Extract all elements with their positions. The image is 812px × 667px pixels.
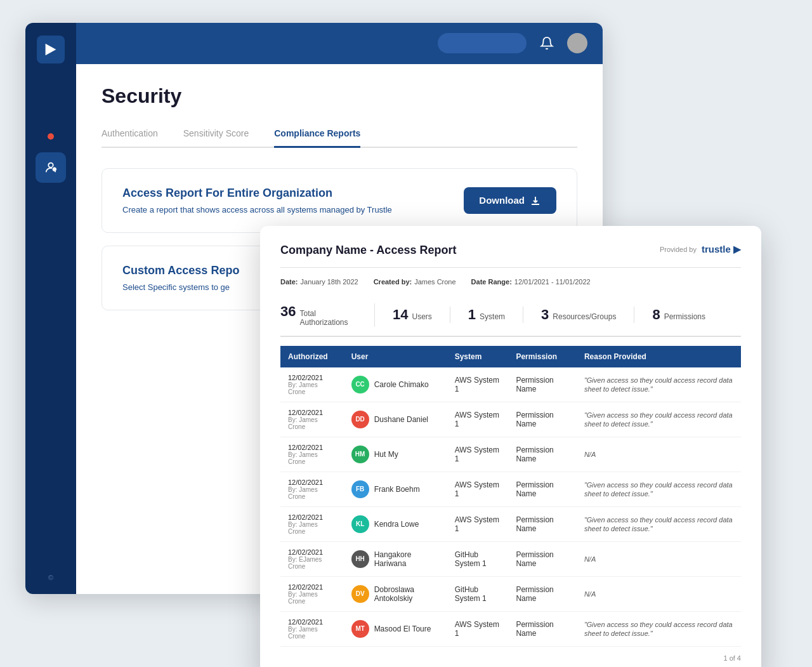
- cell-date-5: 12/02/2021 By: EJames Crone: [280, 541, 344, 576]
- meta-date-label: Date:: [280, 278, 298, 286]
- cell-date-2: 12/02/2021 By: James Crone: [280, 437, 344, 472]
- stat-system-num: 1: [468, 307, 476, 323]
- card-2-description: Select Specific systems to ge: [122, 282, 239, 292]
- meta-created-by: Created by: James Crone: [374, 278, 456, 286]
- cell-user-1: DD Dushane Daniel: [344, 402, 447, 437]
- table-row: 12/02/2021 By: James Crone DV Dobroslawa…: [280, 576, 741, 611]
- meta-created-value: James Crone: [414, 278, 455, 286]
- tab-bar: Authentication Sensitivity Score Complia…: [102, 123, 577, 148]
- page-title: Security: [102, 84, 577, 108]
- cell-date-7: 12/02/2021 By: James Crone: [280, 611, 344, 646]
- stats-row: 36 Total Authorizations 14 Users 1 Syste…: [280, 294, 741, 337]
- cell-system-1: AWS System 1: [447, 402, 509, 437]
- report-meta-row: Date: January 18th 2022 Created by: Jame…: [280, 278, 741, 286]
- user-avatar[interactable]: [567, 33, 587, 53]
- cell-system-6: GitHub System 1: [447, 576, 509, 611]
- cell-system-7: AWS System 1: [447, 611, 509, 646]
- cell-date-6: 12/02/2021 By: James Crone: [280, 576, 344, 611]
- stat-users-label: Users: [412, 312, 431, 321]
- meta-date: Date: January 18th 2022: [280, 278, 358, 286]
- report-header: Company Name - Access Report Provided by…: [280, 244, 741, 268]
- access-report-modal: Company Name - Access Report Provided by…: [260, 226, 761, 668]
- table-row: 12/02/2021 By: James Crone FB Frank Boeh…: [280, 472, 741, 506]
- notification-dot: [48, 133, 54, 140]
- col-header-reason: Reason Provided: [577, 346, 741, 367]
- stat-system-label: System: [480, 312, 505, 321]
- col-header-permission: Permission: [508, 346, 576, 367]
- cell-permission-6: Permission Name: [508, 576, 576, 611]
- cell-permission-2: Permission Name: [508, 437, 576, 472]
- tab-authentication[interactable]: Authentication: [102, 123, 158, 148]
- cell-permission-7: Permission Name: [508, 611, 576, 646]
- topbar-search-bar[interactable]: [438, 33, 527, 53]
- cell-system-4: AWS System 1: [447, 506, 509, 541]
- stat-total-auth: 36 Total Authorizations: [280, 303, 375, 327]
- report-title-area: Company Name - Access Report: [280, 244, 456, 257]
- stat-total-label: Total Authorizations: [299, 309, 357, 327]
- svg-marker-0: [46, 43, 56, 55]
- sidebar: ⚙ ©: [25, 23, 76, 594]
- sidebar-user-settings-button[interactable]: ⚙: [36, 152, 66, 183]
- card-2-title: Custom Access Repo: [122, 264, 239, 277]
- meta-created-label: Created by:: [374, 278, 412, 286]
- stat-users: 14 Users: [393, 307, 450, 323]
- cell-user-5: HH Hangakore Hariwana: [344, 541, 447, 576]
- cell-user-7: MT Masood El Toure: [344, 611, 447, 646]
- cell-reason-3: "Given access so they could access recor…: [577, 472, 741, 506]
- stat-perms-num: 8: [652, 307, 660, 323]
- cell-reason-4: "Given access so they could access recor…: [577, 506, 741, 541]
- access-report-table: Authorized User System Permission Reason…: [280, 346, 741, 647]
- table-row: 12/02/2021 By: James Crone DD Dushane Da…: [280, 402, 741, 437]
- cell-user-0: CC Carole Chimako: [344, 367, 447, 402]
- cell-user-6: DV Dobroslawa Antokolskiy: [344, 576, 447, 611]
- table-row: 12/02/2021 By: EJames Crone HH Hangakore…: [280, 541, 741, 576]
- col-header-user: User: [344, 346, 447, 367]
- cell-user-2: HM Hut My: [344, 437, 447, 472]
- download-button-label: Download: [479, 195, 525, 206]
- table-row: 12/02/2021 By: James Crone MT Masood El …: [280, 611, 741, 646]
- card-1-description: Create a report that shows access across…: [122, 205, 392, 215]
- sidebar-logo[interactable]: [37, 36, 65, 63]
- cell-system-2: AWS System 1: [447, 437, 509, 472]
- cell-system-3: AWS System 1: [447, 472, 509, 506]
- table-row: 12/02/2021 By: James Crone HM Hut My AWS…: [280, 437, 741, 472]
- meta-range-label: Date Range:: [471, 278, 512, 286]
- cell-system-0: AWS System 1: [447, 367, 509, 402]
- cell-reason-2: N/A: [577, 437, 741, 472]
- cell-user-3: FB Frank Boehm: [344, 472, 447, 506]
- cell-date-4: 12/02/2021 By: James Crone: [280, 506, 344, 541]
- provided-by-label: Provided by: [660, 246, 697, 253]
- stat-system: 1 System: [468, 307, 523, 323]
- meta-range-value: 12/01/2021 - 11/01/2022: [514, 278, 591, 286]
- card-1-title: Access Report For Entire Organization: [122, 187, 392, 200]
- stat-resources-num: 3: [541, 307, 549, 323]
- download-button[interactable]: Download: [464, 187, 556, 214]
- table-header-row: Authorized User System Permission Reason…: [280, 346, 741, 367]
- card-1-text: Access Report For Entire Organization Cr…: [122, 187, 392, 215]
- meta-date-value: January 18th 2022: [301, 278, 358, 286]
- table-row: 12/02/2021 By: James Crone KL Kendra Low…: [280, 506, 741, 541]
- tab-compliance-reports[interactable]: Compliance Reports: [274, 123, 360, 148]
- table-row: 12/02/2021 By: James Crone CC Carole Chi…: [280, 367, 741, 402]
- trustle-logo: trustle ▶: [702, 244, 741, 255]
- table-body: 12/02/2021 By: James Crone CC Carole Chi…: [280, 367, 741, 647]
- cell-reason-6: N/A: [577, 576, 741, 611]
- stat-resources-label: Resources/Groups: [553, 312, 616, 321]
- cell-reason-5: N/A: [577, 541, 741, 576]
- cell-date-3: 12/02/2021 By: James Crone: [280, 472, 344, 506]
- pagination-label: 1 of 4: [280, 647, 741, 664]
- stat-users-num: 14: [393, 307, 408, 323]
- cell-permission-0: Permission Name: [508, 367, 576, 402]
- cell-reason-1: "Given access so they could access recor…: [577, 402, 741, 437]
- tab-sensitivity-score[interactable]: Sensitivity Score: [183, 123, 249, 148]
- cell-permission-3: Permission Name: [508, 472, 576, 506]
- cell-reason-7: "Given access so they could access recor…: [577, 611, 741, 646]
- entire-org-report-card: Access Report For Entire Organization Cr…: [102, 168, 577, 233]
- notification-bell-icon[interactable]: [537, 33, 557, 53]
- col-header-system: System: [447, 346, 509, 367]
- cell-permission-1: Permission Name: [508, 402, 576, 437]
- provided-by-area: Provided by trustle ▶: [660, 244, 741, 255]
- col-header-authorized: Authorized: [280, 346, 344, 367]
- stat-permissions: 8 Permissions: [652, 307, 723, 323]
- cell-user-4: KL Kendra Lowe: [344, 506, 447, 541]
